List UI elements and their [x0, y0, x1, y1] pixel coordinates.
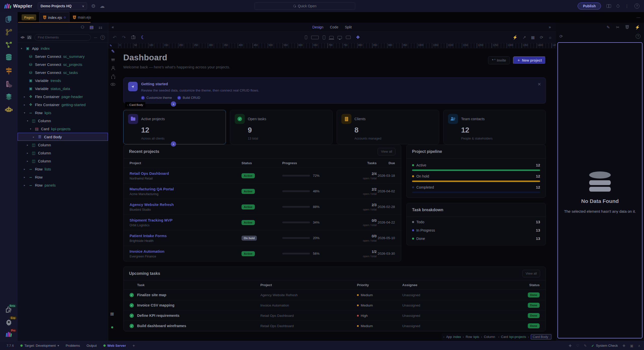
project-name-link[interactable]: Shipment Tracking MVP	[130, 218, 242, 222]
grid-view-icon[interactable]: ▦	[531, 35, 535, 40]
file-tab[interactable]: 5 index.ejs	[39, 12, 69, 23]
structure-help-icon[interactable]: ?	[100, 35, 105, 40]
tree-node[interactable]: ▸ Column	[18, 149, 108, 157]
tools-icon[interactable]: ✂	[616, 25, 619, 30]
expander-icon[interactable]: ▸	[24, 168, 26, 170]
task-row[interactable]: ✓ Invoice CSV mapping Invoice Automation…	[124, 300, 546, 311]
breadcrumb-item[interactable]: › Appindex	[443, 335, 461, 339]
breadcrumb-item[interactable]: › Column	[481, 335, 496, 339]
tree-node[interactable]: ▸ Flex Container page-header	[18, 93, 108, 101]
project-row[interactable]: Manufacturing QA Portal Acme Manufacturi…	[124, 184, 401, 199]
web-server-button[interactable]: Web Server	[103, 344, 126, 347]
routes-signpost-icon[interactable]	[5, 67, 13, 75]
help-icon[interactable]: ?	[634, 4, 639, 9]
tree-node[interactable]: ▸ Column	[18, 141, 108, 149]
wappler-pro-icon[interactable]: Pro	[5, 331, 13, 337]
kpi-card-open-tasks[interactable]: ✓Open tasks 9 13 total	[230, 110, 333, 144]
expander-icon[interactable]: ▸	[27, 160, 29, 162]
lightning-icon[interactable]: ⚡	[635, 25, 640, 30]
expander-icon[interactable]: ▾	[21, 47, 23, 50]
panel-help-icon[interactable]: ?	[636, 34, 640, 39]
expander-icon[interactable]: ▸	[24, 103, 26, 106]
tree-node[interactable]: ▾ Row kpis	[18, 109, 108, 117]
problems-button[interactable]: Problems	[66, 344, 80, 347]
tree-node[interactable]: Server Connect sc_summary	[18, 52, 108, 60]
task-row[interactable]: ✓ Finalize site map Agency Website Refre…	[124, 290, 546, 300]
pages-files-icon[interactable]	[5, 15, 13, 23]
undo-icon[interactable]: ↶	[113, 35, 116, 40]
refresh-icon[interactable]: ⟳	[540, 35, 543, 40]
edit-mode-icon[interactable]: ✎	[111, 49, 115, 54]
project-name-link[interactable]: Invoice Automation	[130, 249, 242, 253]
tree-node[interactable]: ▸ Flex Container getting-started	[18, 101, 108, 109]
experimental-gear-icon[interactable]: Exp	[5, 318, 13, 326]
database-icon[interactable]	[5, 54, 13, 62]
expander-icon[interactable]: ▸	[33, 136, 35, 138]
tree-node[interactable]: ▸ Row	[18, 173, 108, 181]
more-menu-icon[interactable]: ⋮	[625, 4, 629, 9]
ai-assistant-icon[interactable]: ⚇	[80, 25, 84, 30]
project-row[interactable]: Invoice Automation Evergreen Finance Act…	[124, 246, 401, 261]
project-row[interactable]: Shipment Tracking MVP Orbit Logistics Ac…	[124, 215, 401, 230]
project-name-link[interactable]: Patient Intake Forms	[130, 234, 242, 238]
node-tree-icon[interactable]	[5, 41, 13, 48]
structure-more-icon[interactable]: ⋯	[94, 35, 97, 39]
new-project-button[interactable]: ＋New project	[513, 56, 546, 64]
edit-icon[interactable]: ✎	[584, 344, 587, 348]
view-all-projects-button[interactable]: View all	[378, 148, 395, 155]
fluid-width-icon[interactable]: ✥	[356, 35, 360, 40]
tree-node[interactable]: ▸ Row panels	[18, 181, 108, 189]
task-row[interactable]: ✓ Define KPI requirements Retail Ops Das…	[124, 311, 546, 321]
layers-icon[interactable]	[5, 93, 13, 101]
tree-node[interactable]: ▾ Card kpi-projects	[18, 125, 108, 133]
kpi-card-active-projects[interactable]: Active projects 12 Across all clients	[123, 110, 226, 144]
project-selector[interactable]: Demo Projects HQ ∨	[38, 2, 87, 10]
kpi-card-team-contacts[interactable]: Team contacts 12 People & stakeholders	[443, 110, 546, 144]
kpi-card-clients[interactable]: Clients 8 Accounts managed	[337, 110, 439, 144]
git-icon[interactable]	[5, 28, 13, 36]
extensions-puzzle-icon[interactable]: Beta	[5, 306, 12, 313]
insert-before-button[interactable]: +	[171, 101, 176, 107]
view-all-tasks-button[interactable]: View all	[522, 270, 540, 277]
package-icon[interactable]: ▣	[630, 344, 633, 348]
cloud-sync-icon[interactable]: ☁	[100, 4, 105, 9]
collapse-left-icon[interactable]: «	[112, 25, 114, 29]
project-row[interactable]: Retail Ops Dashboard Northwind Retail Ac…	[124, 168, 401, 184]
persona-icon[interactable]	[111, 66, 115, 70]
tree-node[interactable]: ▸ Row lists	[18, 165, 108, 173]
task-row[interactable]: ✓ Build dashboard wireframes Retail Ops …	[124, 321, 546, 331]
tree-node[interactable]: ▸ Card Body	[18, 133, 108, 141]
project-name-link[interactable]: Agency Website Refresh	[130, 202, 242, 207]
list-view-icon[interactable]: ▤	[90, 25, 94, 30]
add-panel-icon[interactable]: +	[133, 343, 135, 348]
tree-node[interactable]: ▾ Column	[18, 117, 108, 125]
extension-icon[interactable]: ✚	[569, 344, 572, 348]
collapse-right-icon[interactable]: »	[549, 25, 551, 29]
ai-robot-icon[interactable]	[5, 106, 13, 113]
breadcrumb-item[interactable]: › Rowkpis	[463, 335, 479, 339]
plug-icon[interactable]: ⚡	[512, 35, 517, 40]
phone-small-icon[interactable]	[305, 35, 307, 39]
css3-icon[interactable]: 3	[625, 25, 629, 29]
system-check[interactable]: ✓System Check	[591, 344, 618, 348]
droplet-icon[interactable]	[616, 4, 620, 8]
export-icon[interactable]: ↗	[522, 35, 526, 40]
desktop-icon[interactable]	[338, 36, 342, 39]
expander-icon[interactable]: ▸	[24, 184, 26, 187]
breadcrumb-item[interactable]: › Card Body	[528, 334, 551, 339]
pages-chip[interactable]: Pages	[22, 14, 36, 20]
project-name-link[interactable]: Manufacturing QA Portal	[130, 187, 242, 191]
tab-overflow-icon[interactable]: ⋯	[636, 15, 640, 20]
tips-icon[interactable]: ☼	[548, 35, 552, 40]
tree-node[interactable]: Server Connect sc_projects	[18, 60, 108, 68]
tablet-icon[interactable]	[311, 36, 319, 39]
apps-grid-icon[interactable]: ▦	[110, 311, 114, 316]
layout-columns-icon[interactable]	[607, 4, 611, 8]
selection-tag[interactable]: ‹Card Body	[125, 102, 145, 108]
laptop-icon[interactable]	[329, 36, 334, 39]
view-mode-tab[interactable]: Design	[312, 25, 324, 29]
code-view-icon[interactable]: </>	[21, 36, 24, 39]
dark-mode-icon[interactable]: ☾	[141, 34, 145, 40]
tree-view-icon[interactable]: ⚏	[99, 25, 102, 30]
expander-icon[interactable]: ▸	[24, 176, 26, 179]
